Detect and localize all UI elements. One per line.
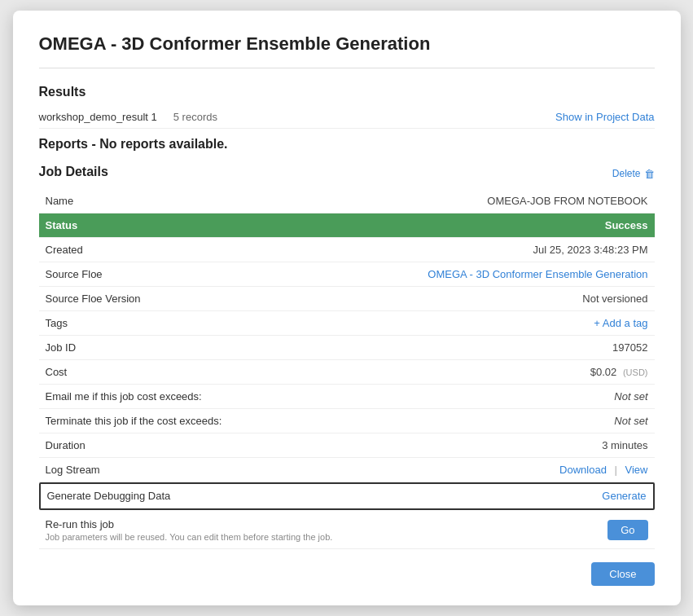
delete-link[interactable]: Delete 🗑 [612, 168, 655, 180]
modal-container: OMEGA - 3D Conformer Ensemble Generation… [13, 11, 681, 605]
table-row-source-floe: Source Floe OMEGA - 3D Conformer Ensembl… [39, 262, 655, 287]
row-value-email-cost: Not set [285, 385, 655, 409]
table-row-source-floe-version: Source Floe Version Not versioned [39, 287, 655, 311]
job-details-table: Name OMEGA-JOB FROM NOTEBOOK Status Succ… [39, 189, 655, 482]
row-label-source-floe-version: Source Floe Version [39, 287, 285, 311]
add-tag-link[interactable]: + Add a tag [594, 317, 647, 329]
row-label-status: Status [39, 213, 285, 238]
table-row-log-stream: Log Stream Download | View [39, 458, 655, 482]
row-label-cost: Cost [39, 360, 285, 385]
view-log-link[interactable]: View [625, 464, 648, 476]
rerun-sublabel: Job parameters will be reused. You can e… [46, 532, 333, 542]
show-in-project-data-link[interactable]: Show in Project Data [555, 111, 654, 123]
table-row-status: Status Success [39, 213, 655, 238]
row-label-terminate-cost: Terminate this job if the cost exceeds: [39, 409, 285, 433]
rerun-info: Re-run this job Job parameters will be r… [46, 518, 333, 542]
generate-action-link[interactable]: Generate [602, 490, 646, 502]
row-label-source-floe: Source Floe [39, 262, 285, 287]
footer: Close [39, 549, 655, 586]
table-row-cost: Cost $0.02 (USD) [39, 360, 655, 385]
go-button[interactable]: Go [607, 520, 647, 540]
table-row-tags: Tags + Add a tag [39, 311, 655, 336]
results-section: Results workshop_demo_result 1 5 records… [39, 85, 655, 129]
download-log-link[interactable]: Download [559, 464, 607, 476]
row-label-generate-debugging: Generate Debugging Data [41, 484, 286, 508]
table-row-generate-debugging: Generate Debugging Data Generate [41, 484, 653, 508]
close-button[interactable]: Close [591, 562, 654, 586]
job-details-header: Job Details Delete 🗑 [39, 161, 655, 186]
generate-debugging-wrapper: Generate Debugging Data Generate [39, 482, 655, 510]
job-details-heading: Job Details [39, 165, 108, 179]
row-value-duration: 3 minutes [285, 433, 655, 458]
row-label-job-id: Job ID [39, 336, 285, 360]
table-row-name: Name OMEGA-JOB FROM NOTEBOOK [39, 189, 655, 213]
row-label-name: Name [39, 189, 285, 213]
trash-icon: 🗑 [644, 168, 655, 180]
row-value-tags: + Add a tag [285, 311, 655, 336]
table-row-email-cost: Email me if this job cost exceeds: Not s… [39, 385, 655, 409]
result-item-name: workshop_demo_result 1 [39, 111, 157, 123]
results-row: workshop_demo_result 1 5 records Show in… [39, 106, 655, 129]
row-value-name: OMEGA-JOB FROM NOTEBOOK [285, 189, 655, 213]
row-label-tags: Tags [39, 311, 285, 336]
cost-usd-label: (USD) [623, 367, 648, 377]
row-label-log-stream: Log Stream [39, 458, 285, 482]
generate-debugging-table: Generate Debugging Data Generate [41, 484, 653, 508]
reports-section: Reports - No reports available. [39, 137, 655, 152]
table-row-terminate-cost: Terminate this job if the cost exceeds: … [39, 409, 655, 433]
row-label-email-cost: Email me if this job cost exceeds: [39, 385, 285, 409]
table-row-duration: Duration 3 minutes [39, 433, 655, 458]
row-value-job-id: 197052 [285, 336, 655, 360]
job-details-section: Job Details Delete 🗑 Name OMEGA-JOB FROM… [39, 161, 655, 549]
row-label-duration: Duration [39, 433, 285, 458]
source-floe-link[interactable]: OMEGA - 3D Conformer Ensemble Generation [428, 268, 647, 280]
row-value-terminate-cost: Not set [285, 409, 655, 433]
row-value-source-floe-version: Not versioned [285, 287, 655, 311]
results-heading: Results [39, 85, 655, 99]
rerun-row: Re-run this job Job parameters will be r… [46, 518, 648, 542]
row-value-cost: $0.02 (USD) [285, 360, 655, 385]
result-records-count: 5 records [173, 111, 555, 123]
row-value-generate-debugging: Generate [285, 484, 652, 508]
table-row-created: Created Jul 25, 2023 3:48:23 PM [39, 238, 655, 262]
row-value-log-stream: Download | View [285, 458, 655, 482]
row-value-source-floe: OMEGA - 3D Conformer Ensemble Generation [285, 262, 655, 287]
row-label-created: Created [39, 238, 285, 262]
modal-title: OMEGA - 3D Conformer Ensemble Generation [39, 33, 655, 68]
rerun-section: Re-run this job Job parameters will be r… [39, 512, 655, 549]
log-separator: | [615, 464, 617, 476]
rerun-label: Re-run this job [46, 518, 333, 530]
row-value-status: Success [285, 213, 655, 238]
delete-label: Delete [612, 168, 641, 179]
table-row-job-id: Job ID 197052 [39, 336, 655, 360]
row-value-created: Jul 25, 2023 3:48:23 PM [285, 238, 655, 262]
